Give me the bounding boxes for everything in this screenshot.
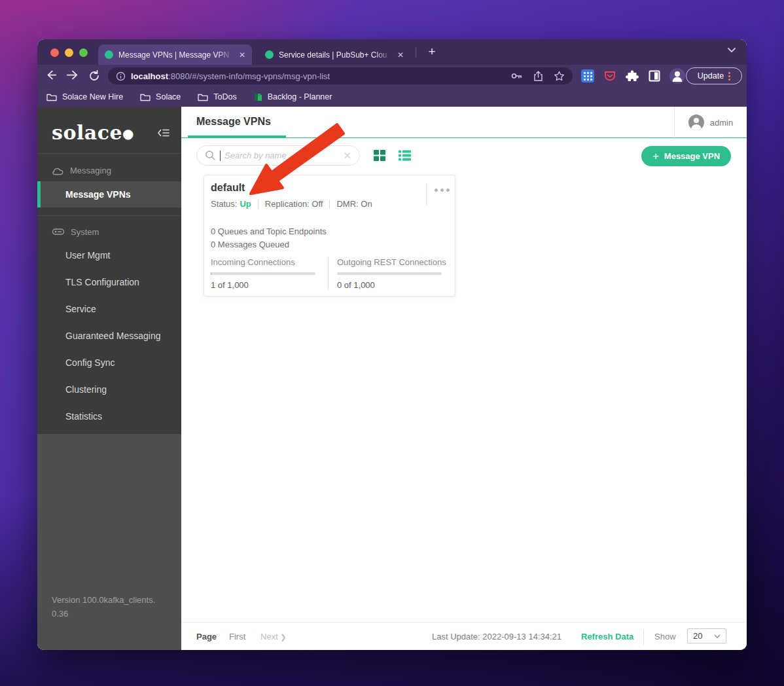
tab-close-icon[interactable]: ✕ [397,50,404,60]
desktop: Message VPNs | Message VPN ✕ Service det… [0,0,784,686]
next-page-button[interactable]: Next ❯ [260,632,287,641]
address-bar[interactable]: localhost:8080/#/system-info/msg-vpns/ms… [108,67,573,84]
new-tab-button[interactable]: + [423,43,440,60]
extensions-puzzle-icon[interactable] [625,69,639,83]
sidebar-item-guaranteed-messaging[interactable]: Guaranteed Messaging [37,323,181,349]
clear-search-icon[interactable]: ✕ [343,150,351,162]
page-size-select[interactable]: 20 [687,628,726,643]
bookmarks-bar: Solace New Hire Solace ToDos Backlog - P… [37,87,747,107]
reload-icon[interactable] [88,70,100,82]
grid-view-icon[interactable] [373,149,386,162]
tab-search-chevron-icon[interactable] [728,48,736,53]
main-content: Message VPNs admin ✕ [181,107,747,650]
outgoing-rest-connections-metric: Outgoing REST Connections 0 of 1,000 [337,257,448,290]
pagination-footer: Page First Next ❯ Last Update: 2022-09-1… [181,622,747,650]
first-page-button[interactable]: First [229,632,245,641]
replication-value: Replication: Off [265,199,323,209]
sidebar-section-system: System [52,226,99,238]
tab-title: Message VPNs | Message VPN [118,50,234,60]
browser-menu-icon[interactable] [728,72,730,81]
messages-summary: 0 Messages Queued [211,240,289,249]
cloud-icon [52,166,64,175]
bookmark-folder-solace-new-hire[interactable]: Solace New Hire [46,92,123,101]
apps-grid-extension-icon[interactable] [580,69,595,83]
tab-favicon [105,50,113,59]
system-icon [52,226,65,238]
username: admin [710,118,733,128]
planner-icon [254,93,262,101]
card-options-menu-icon[interactable] [426,183,450,206]
pocket-extension-icon[interactable] [603,69,617,83]
sidebar-item-statistics[interactable]: Statistics [37,403,181,429]
search-icon [205,150,216,161]
password-key-icon[interactable] [511,71,523,81]
vpn-card-default[interactable]: default Status:Up Replication: Off DMR: … [204,175,455,297]
site-info-icon[interactable] [116,71,126,81]
back-icon[interactable] [45,69,58,82]
select-chevron-icon [714,634,721,638]
create-message-vpn-button[interactable]: + Message VPN [641,146,731,166]
sidebar-section-messaging: Messaging [52,166,111,175]
queues-summary: 0 Queues and Topic Endpoints [211,226,327,236]
status-value: Up [240,199,251,209]
search-input[interactable] [224,151,339,160]
bookmark-backlog-planner[interactable]: Backlog - Planner [254,92,332,101]
dark-reader-extension-icon[interactable] [647,69,662,83]
zoom-window-button[interactable] [79,48,88,57]
incoming-connections-metric: Incoming Connections 1 of 1,000 [211,257,322,290]
list-view-icon[interactable] [398,149,412,162]
browser-window: Message VPNs | Message VPN ✕ Service det… [37,39,747,650]
user-menu[interactable]: admin [674,107,747,138]
sidebar-item-tls-configuration[interactable]: TLS Configuration [37,269,181,295]
share-icon[interactable] [533,71,543,82]
minimize-window-button[interactable] [65,48,73,57]
sidebar-item-service[interactable]: Service [37,296,181,322]
incoming-connections-bar [211,272,315,275]
sidebar-item-user-mgmt[interactable]: User Mgmt [37,242,181,268]
outgoing-rest-connections-bar [337,272,442,275]
folder-icon [46,93,57,101]
app-sidebar: solace● Messaging Message VPNs System Us… [37,107,181,650]
vpn-name[interactable]: default [211,182,245,194]
user-avatar-icon [688,115,704,130]
bookmark-folder-solace[interactable]: Solace [140,92,181,101]
refresh-data-button[interactable]: Refresh Data [581,632,633,641]
browser-profile-avatar[interactable] [669,68,685,84]
tab-strip: Message VPNs | Message VPN ✕ Service det… [37,39,747,65]
tab-close-icon[interactable]: ✕ [239,50,245,60]
folder-icon [198,93,208,101]
show-label: Show [654,632,676,641]
vpn-status-row: Status:Up Replication: Off DMR: On [211,199,372,209]
sidebar-item-message-vpns[interactable]: Message VPNs [37,181,181,208]
active-tab-indicator [188,135,286,137]
search-box[interactable]: ✕ [196,145,360,166]
tab-title: Service details | PubSub+ Clou [279,50,392,60]
page-header: Message VPNs admin [181,107,747,138]
sidebar-item-config-sync[interactable]: Config Sync [37,350,181,376]
next-chevron-icon: ❯ [280,633,286,641]
sidebar-item-clustering[interactable]: Clustering [37,376,181,403]
last-update-text: Last Update: 2022-09-13 14:34:21 [432,632,561,641]
folder-icon [140,93,151,101]
tab-message-vpns[interactable]: Message VPNs | Message VPN ✕ [98,45,252,65]
url-text: localhost:8080/#/system-info/msg-vpns/ms… [131,70,506,82]
chrome-update-button[interactable]: Update [686,67,742,84]
solace-logo: solace● [52,121,134,144]
tab-service-details[interactable]: Service details | PubSub+ Clou ✕ [258,45,410,65]
bookmark-star-icon[interactable] [554,71,565,81]
browser-toolbar: localhost:8080/#/system-info/msg-vpns/ms… [37,65,747,87]
update-label: Update [698,71,724,81]
text-caret [220,151,221,161]
forward-icon[interactable] [67,69,79,82]
tab-divider [416,47,416,58]
dmr-value: DMR: On [336,199,372,209]
bookmark-folder-todos[interactable]: ToDos [198,92,236,101]
close-window-button[interactable] [50,48,59,57]
plus-icon: + [652,150,659,163]
footer-divider [643,629,644,645]
window-controls [50,48,88,57]
page-title: Message VPNs [196,116,271,128]
page-label: Page [196,632,217,641]
sidebar-collapse-icon[interactable] [156,127,171,139]
tab-favicon [265,50,274,59]
